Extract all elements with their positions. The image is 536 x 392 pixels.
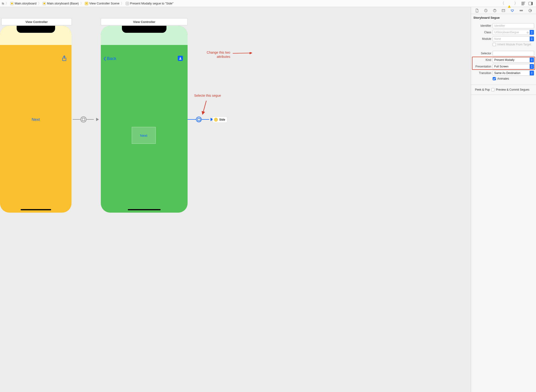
animates-label: Animates [497,77,509,80]
inspector-panel: Storyboard Segue Identifier Class UIStor… [471,7,536,392]
kind-select[interactable]: Present Modally [493,57,534,62]
toggle-panel-icon[interactable] [528,2,533,5]
home-indicator-icon [128,209,161,210]
peekpop-checkbox[interactable]: Preview & Commit Segues [491,88,529,91]
crumb-segue[interactable]: Present Modally segue to "Side" [125,2,173,5]
tab-help-inspector[interactable] [492,8,497,13]
segue-icon [125,2,129,5]
svg-rect-3 [502,9,505,12]
tab-attributes-inspector[interactable] [510,8,515,13]
animates-checkbox[interactable]: Animates [473,77,534,80]
tab-identity-inspector[interactable] [501,8,506,13]
scene-icon [85,2,88,5]
identifier-input[interactable] [493,23,534,28]
module-select[interactable]: None [493,36,534,42]
dropdown-icon[interactable] [530,30,534,35]
home-indicator-icon [21,209,51,210]
crumb-localization[interactable]: Main.storyboard (Base) [43,2,79,5]
selector-input[interactable] [493,51,534,56]
checkbox-checked-icon [493,77,496,80]
breadcrumb-bar: ls 〉 Main.storyboard 〉 Main.storyboard (… [0,0,536,7]
dropdown-icon[interactable] [530,71,534,75]
annotation-change-attrs: Change this two attributes [195,51,230,59]
crumb-file-label: Main.storyboard [14,2,36,5]
download-icon[interactable] [178,56,183,61]
transition-value: Same As Destination [493,71,530,75]
container-view[interactable]: Next [132,127,156,144]
share-icon[interactable] [62,55,67,62]
storyboard-reference-side[interactable]: Side [212,117,227,123]
presentation-label: Presentation [473,65,491,68]
presentation-value: Full Screen [493,64,530,69]
warning-icon[interactable] [508,2,511,5]
annotation-arrow-icon [201,100,208,117]
inherit-module-checkbox[interactable]: Inherit Module From Target [473,43,534,46]
annotation-select-segue: Selecte this segue [194,94,221,98]
inspector-empty-area [471,95,536,392]
storyboard-canvas[interactable]: View Controller View Controller Next [0,7,471,392]
annotation-arrow-icon [230,52,256,54]
dropdown-icon[interactable] [530,64,534,69]
segue-node-icon [196,117,202,122]
tab-connections-inspector[interactable] [527,8,533,13]
selector-label: Selector [473,52,491,55]
chevron-right-icon: 〉 [120,1,124,6]
scene-title-vc2[interactable]: View Controller [101,18,188,25]
crumb-segue-label: Present Modally segue to "Side" [130,2,173,5]
scene-title-vc2-label: View Controller [133,20,155,24]
chevron-right-icon: 〉 [38,1,42,6]
identifier-label: Identifier [473,24,491,27]
module-value: None [493,37,530,41]
device-notch-icon [122,26,167,33]
checkbox-icon [493,43,496,46]
arrow-right-icon [96,118,99,121]
next-button-vc2-label: Next [140,134,148,137]
tab-size-inspector[interactable] [519,8,524,13]
clear-icon[interactable]: ⊕ [526,30,530,35]
crumb-scene[interactable]: View Controller Scene [85,2,119,5]
presentation-select[interactable]: Full Screen [493,64,534,69]
storyboard-ref-label: Side [219,118,225,121]
kind-label: Kind [473,58,491,62]
scene-title-vc1-label: View Controller [25,20,48,24]
dropdown-icon[interactable] [530,58,534,62]
back-button[interactable]: Back [103,56,116,61]
viewcontroller-1[interactable]: Next [0,26,72,213]
kind-value: Present Modally [493,58,530,62]
nav-back-icon[interactable]: 〈 [500,1,505,6]
checkbox-icon [491,88,494,91]
peekpop-value: Preview & Commit Segues [496,88,529,91]
segue-node-icon [80,116,86,122]
viewcontroller-2[interactable]: Back Next [101,26,188,213]
class-label: Class [473,31,491,34]
editor-toolbar: 〈 〉 [500,1,534,6]
class-combobox[interactable]: UIStoryboardSegue ⊕ [493,30,534,35]
inspector-tabs [471,7,536,14]
storyboard-ref-icon [214,118,218,121]
crumb-loc-label: Main.storyboard (Base) [47,2,79,5]
transition-label: Transition [473,71,491,75]
segue-selected[interactable] [188,115,213,124]
back-button-label: Back [107,56,116,61]
next-button-vc1[interactable]: Next [32,117,40,122]
chevron-right-icon: 〉 [5,1,9,6]
crumb-root[interactable]: ls [2,2,4,5]
device-notch-icon [17,26,55,33]
crumb-file[interactable]: Main.storyboard [10,2,36,5]
peekpop-label: Peek & Pop [473,88,490,91]
tab-history-inspector[interactable] [483,8,488,13]
crumb-root-label: ls [2,2,4,5]
dropdown-icon[interactable] [530,37,534,41]
tab-file-inspector[interactable] [474,8,479,13]
adjust-editor-icon[interactable] [522,2,525,5]
segue-vc1-to-vc2[interactable] [73,115,101,124]
next-button-vc1-label: Next [32,117,40,122]
inherit-module-label: Inherit Module From Target [497,43,531,46]
scene-title-vc1[interactable]: View Controller [1,18,72,25]
storyboard-file-icon [10,2,14,5]
chevron-right-icon: 〉 [80,1,84,6]
module-label: Module [473,37,491,41]
nav-forward-icon[interactable]: 〉 [514,1,518,6]
transition-select[interactable]: Same As Destination [493,70,534,76]
storyboard-file-icon [43,2,46,5]
